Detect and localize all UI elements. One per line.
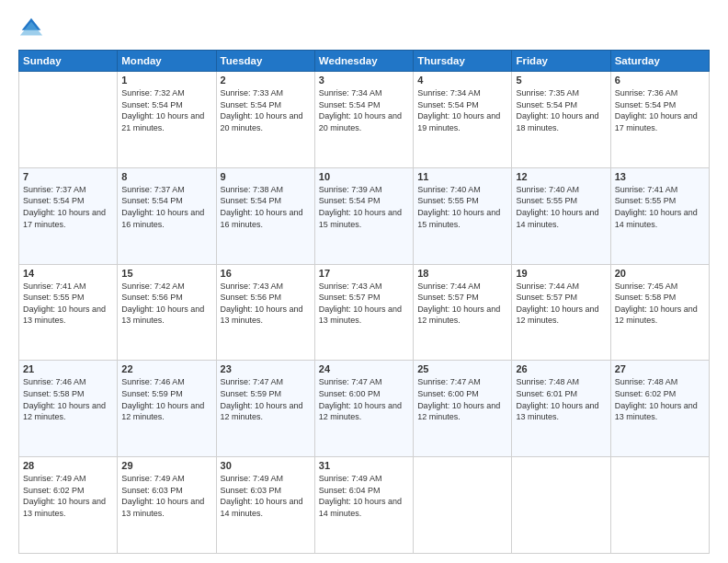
day-number: 18 bbox=[417, 268, 507, 279]
day-info: Sunrise: 7:44 AMSunset: 5:57 PMDaylight:… bbox=[417, 281, 507, 327]
calendar-week-row: 14Sunrise: 7:41 AMSunset: 5:55 PMDayligh… bbox=[19, 264, 710, 361]
table-row: 26Sunrise: 7:48 AMSunset: 6:01 PMDayligh… bbox=[512, 361, 610, 457]
day-number: 2 bbox=[221, 75, 311, 86]
day-info: Sunrise: 7:47 AMSunset: 5:59 PMDaylight:… bbox=[221, 376, 311, 422]
day-info: Sunrise: 7:38 AMSunset: 5:54 PMDaylight:… bbox=[221, 184, 311, 230]
calendar-week-row: 28Sunrise: 7:49 AMSunset: 6:02 PMDayligh… bbox=[19, 457, 710, 554]
day-info: Sunrise: 7:43 AMSunset: 5:57 PMDaylight:… bbox=[319, 281, 409, 327]
day-info: Sunrise: 7:37 AMSunset: 5:54 PMDaylight:… bbox=[121, 184, 211, 230]
table-row: 21Sunrise: 7:46 AMSunset: 5:58 PMDayligh… bbox=[19, 361, 118, 457]
header bbox=[18, 15, 710, 40]
day-info: Sunrise: 7:47 AMSunset: 6:00 PMDaylight:… bbox=[319, 376, 409, 422]
table-row: 30Sunrise: 7:49 AMSunset: 6:03 PMDayligh… bbox=[216, 457, 314, 554]
table-row: 5Sunrise: 7:35 AMSunset: 5:54 PMDaylight… bbox=[512, 72, 610, 168]
col-saturday: Saturday bbox=[610, 51, 709, 72]
day-info: Sunrise: 7:49 AMSunset: 6:03 PMDaylight:… bbox=[221, 473, 311, 519]
day-info: Sunrise: 7:40 AMSunset: 5:55 PMDaylight:… bbox=[417, 184, 507, 230]
day-info: Sunrise: 7:35 AMSunset: 5:54 PMDaylight:… bbox=[516, 87, 606, 133]
calendar-week-row: 1Sunrise: 7:32 AMSunset: 5:54 PMDaylight… bbox=[19, 72, 710, 168]
day-info: Sunrise: 7:46 AMSunset: 5:58 PMDaylight:… bbox=[23, 376, 113, 422]
day-info: Sunrise: 7:45 AMSunset: 5:58 PMDaylight:… bbox=[615, 281, 705, 327]
day-number: 9 bbox=[221, 171, 311, 182]
page: Sunday Monday Tuesday Wednesday Thursday… bbox=[0, 0, 728, 563]
day-number: 22 bbox=[121, 363, 211, 374]
table-row: 27Sunrise: 7:48 AMSunset: 6:02 PMDayligh… bbox=[610, 361, 709, 457]
table-row bbox=[414, 457, 512, 554]
day-info: Sunrise: 7:39 AMSunset: 5:54 PMDaylight:… bbox=[319, 184, 409, 230]
table-row: 7Sunrise: 7:37 AMSunset: 5:54 PMDaylight… bbox=[19, 167, 118, 264]
day-number: 4 bbox=[417, 75, 507, 86]
day-number: 31 bbox=[319, 460, 409, 471]
table-row: 9Sunrise: 7:38 AMSunset: 5:54 PMDaylight… bbox=[216, 167, 314, 264]
day-number: 8 bbox=[121, 171, 211, 182]
calendar-header-row: Sunday Monday Tuesday Wednesday Thursday… bbox=[19, 51, 710, 72]
day-info: Sunrise: 7:33 AMSunset: 5:54 PMDaylight:… bbox=[221, 87, 311, 133]
day-info: Sunrise: 7:48 AMSunset: 6:01 PMDaylight:… bbox=[516, 376, 606, 422]
table-row: 4Sunrise: 7:34 AMSunset: 5:54 PMDaylight… bbox=[414, 72, 512, 168]
table-row: 31Sunrise: 7:49 AMSunset: 6:04 PMDayligh… bbox=[314, 457, 413, 554]
day-info: Sunrise: 7:48 AMSunset: 6:02 PMDaylight:… bbox=[615, 376, 705, 422]
day-info: Sunrise: 7:32 AMSunset: 5:54 PMDaylight:… bbox=[121, 87, 211, 133]
day-number: 1 bbox=[121, 75, 211, 86]
day-info: Sunrise: 7:47 AMSunset: 6:00 PMDaylight:… bbox=[417, 376, 507, 422]
table-row: 15Sunrise: 7:42 AMSunset: 5:56 PMDayligh… bbox=[118, 264, 216, 361]
table-row: 11Sunrise: 7:40 AMSunset: 5:55 PMDayligh… bbox=[414, 167, 512, 264]
table-row bbox=[512, 457, 610, 554]
day-number: 24 bbox=[319, 363, 409, 374]
day-number: 14 bbox=[23, 268, 113, 279]
calendar-week-row: 21Sunrise: 7:46 AMSunset: 5:58 PMDayligh… bbox=[19, 361, 710, 457]
day-info: Sunrise: 7:34 AMSunset: 5:54 PMDaylight:… bbox=[417, 87, 507, 133]
day-info: Sunrise: 7:49 AMSunset: 6:03 PMDaylight:… bbox=[121, 473, 211, 519]
day-number: 19 bbox=[516, 268, 606, 279]
day-number: 7 bbox=[23, 171, 113, 182]
col-friday: Friday bbox=[512, 51, 610, 72]
col-monday: Monday bbox=[118, 51, 216, 72]
table-row: 3Sunrise: 7:34 AMSunset: 5:54 PMDaylight… bbox=[314, 72, 413, 168]
day-info: Sunrise: 7:49 AMSunset: 6:02 PMDaylight:… bbox=[23, 473, 113, 519]
table-row: 1Sunrise: 7:32 AMSunset: 5:54 PMDaylight… bbox=[118, 72, 216, 168]
day-number: 15 bbox=[121, 268, 211, 279]
day-number: 11 bbox=[417, 171, 507, 182]
day-info: Sunrise: 7:41 AMSunset: 5:55 PMDaylight:… bbox=[23, 281, 113, 327]
day-info: Sunrise: 7:46 AMSunset: 5:59 PMDaylight:… bbox=[121, 376, 211, 422]
table-row: 13Sunrise: 7:41 AMSunset: 5:55 PMDayligh… bbox=[610, 167, 709, 264]
day-number: 13 bbox=[615, 171, 705, 182]
day-info: Sunrise: 7:36 AMSunset: 5:54 PMDaylight:… bbox=[615, 87, 705, 133]
day-number: 26 bbox=[516, 363, 606, 374]
day-info: Sunrise: 7:41 AMSunset: 5:55 PMDaylight:… bbox=[615, 184, 705, 230]
day-number: 28 bbox=[23, 460, 113, 471]
table-row: 18Sunrise: 7:44 AMSunset: 5:57 PMDayligh… bbox=[414, 264, 512, 361]
day-number: 20 bbox=[615, 268, 705, 279]
table-row: 14Sunrise: 7:41 AMSunset: 5:55 PMDayligh… bbox=[19, 264, 118, 361]
day-info: Sunrise: 7:37 AMSunset: 5:54 PMDaylight:… bbox=[23, 184, 113, 230]
table-row: 25Sunrise: 7:47 AMSunset: 6:00 PMDayligh… bbox=[414, 361, 512, 457]
table-row: 22Sunrise: 7:46 AMSunset: 5:59 PMDayligh… bbox=[118, 361, 216, 457]
day-number: 29 bbox=[121, 460, 211, 471]
day-number: 5 bbox=[516, 75, 606, 86]
table-row: 10Sunrise: 7:39 AMSunset: 5:54 PMDayligh… bbox=[314, 167, 413, 264]
day-number: 30 bbox=[221, 460, 311, 471]
day-number: 23 bbox=[221, 363, 311, 374]
table-row: 23Sunrise: 7:47 AMSunset: 5:59 PMDayligh… bbox=[216, 361, 314, 457]
day-number: 25 bbox=[417, 363, 507, 374]
logo bbox=[18, 15, 48, 40]
table-row: 8Sunrise: 7:37 AMSunset: 5:54 PMDaylight… bbox=[118, 167, 216, 264]
calendar-table: Sunday Monday Tuesday Wednesday Thursday… bbox=[18, 50, 710, 554]
table-row bbox=[610, 457, 709, 554]
day-number: 17 bbox=[319, 268, 409, 279]
table-row: 17Sunrise: 7:43 AMSunset: 5:57 PMDayligh… bbox=[314, 264, 413, 361]
day-info: Sunrise: 7:44 AMSunset: 5:57 PMDaylight:… bbox=[516, 281, 606, 327]
table-row: 19Sunrise: 7:44 AMSunset: 5:57 PMDayligh… bbox=[512, 264, 610, 361]
day-number: 16 bbox=[221, 268, 311, 279]
day-number: 12 bbox=[516, 171, 606, 182]
table-row: 28Sunrise: 7:49 AMSunset: 6:02 PMDayligh… bbox=[19, 457, 118, 554]
col-tuesday: Tuesday bbox=[216, 51, 314, 72]
day-number: 27 bbox=[615, 363, 705, 374]
day-number: 6 bbox=[615, 75, 705, 86]
table-row bbox=[19, 72, 118, 168]
day-info: Sunrise: 7:34 AMSunset: 5:54 PMDaylight:… bbox=[319, 87, 409, 133]
day-info: Sunrise: 7:49 AMSunset: 6:04 PMDaylight:… bbox=[319, 473, 409, 519]
calendar-week-row: 7Sunrise: 7:37 AMSunset: 5:54 PMDaylight… bbox=[19, 167, 710, 264]
col-sunday: Sunday bbox=[19, 51, 118, 72]
day-info: Sunrise: 7:42 AMSunset: 5:56 PMDaylight:… bbox=[121, 281, 211, 327]
